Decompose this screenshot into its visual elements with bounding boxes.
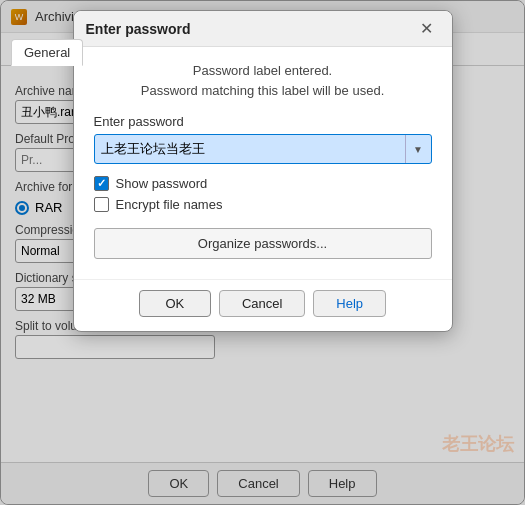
password-dropdown-arrow[interactable]: ▼ [405,135,431,163]
dialog-overlay: Enter password ✕ Password label entered.… [0,0,525,505]
encrypt-filenames-row: Encrypt file names [94,197,432,212]
tab-general[interactable]: General [11,39,83,66]
dialog-info: Password label entered. Password matchin… [94,61,432,100]
dialog-title: Enter password [86,21,414,37]
dialog-info-line2: Password matching this label will be use… [94,81,432,101]
encrypt-filenames-label[interactable]: Encrypt file names [116,197,223,212]
dialog-footer: OK Cancel Help [74,279,452,331]
show-password-row: ✓ Show password [94,176,432,191]
dialog-ok-button[interactable]: OK [139,290,211,317]
enter-password-dialog: Enter password ✕ Password label entered.… [73,10,453,332]
show-password-label[interactable]: Show password [116,176,208,191]
password-field-label: Enter password [94,114,432,129]
dialog-close-button[interactable]: ✕ [414,16,440,42]
dialog-body: Password label entered. Password matchin… [74,47,452,279]
dialog-help-button[interactable]: Help [313,290,386,317]
dialog-titlebar: Enter password ✕ [74,11,452,47]
password-input[interactable] [95,135,405,163]
dialog-cancel-button[interactable]: Cancel [219,290,305,317]
password-input-row: ▼ [94,134,432,164]
show-password-checkbox[interactable]: ✓ [94,176,109,191]
organize-passwords-button[interactable]: Organize passwords... [94,228,432,259]
encrypt-filenames-checkbox[interactable] [94,197,109,212]
dialog-info-line1: Password label entered. [94,61,432,81]
show-password-check-icon: ✓ [97,177,106,190]
